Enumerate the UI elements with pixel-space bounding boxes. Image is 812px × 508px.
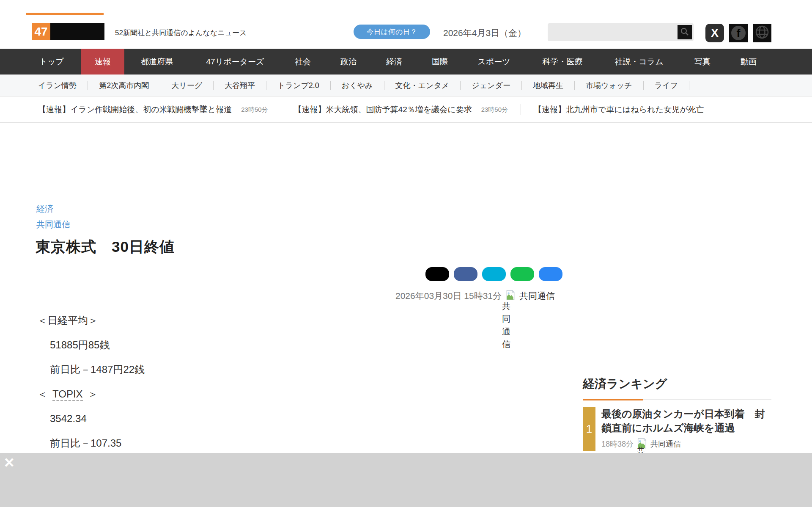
facebook-social-button[interactable]: f	[729, 24, 748, 42]
subnav-item-market-watch[interactable]: 市場ウォッチ	[575, 81, 644, 90]
subnav-item-gender[interactable]: ジェンダー	[461, 81, 522, 90]
logo-wordmark	[50, 23, 104, 40]
topix-value: 3542.34	[37, 411, 145, 426]
share-button-4[interactable]	[510, 267, 534, 281]
breadcrumb-category-link[interactable]: 経済	[36, 203, 53, 215]
share-button-row	[425, 267, 562, 281]
nav-item-47reporters[interactable]: 47リポーターズ	[206, 49, 264, 75]
nav-item-international[interactable]: 国際	[432, 49, 448, 75]
broken-image-alt-text: 共 同 通 信	[501, 300, 512, 351]
subnav-item-regional[interactable]: 地域再生	[522, 81, 575, 90]
breadcrumb-source-link[interactable]: 共同通信	[36, 219, 70, 230]
ticker-item: 【速報】イラン作戦開始後、初の米戦闘機撃墜と報道 23時50分	[38, 104, 281, 115]
today-in-history-button[interactable]: 今日は何の日？	[354, 25, 430, 39]
ranking-item-meta: 18時38分 共同通信	[601, 437, 771, 451]
facebook-icon: f	[731, 26, 746, 40]
nav-item-politics[interactable]: 政治	[340, 49, 357, 75]
ranking-divider	[583, 399, 771, 400]
brand-accent-line	[26, 13, 104, 15]
nav-item-science-medical[interactable]: 科学・医療	[543, 49, 583, 75]
topix-change: 前日比－107.35	[37, 436, 145, 450]
x-social-button[interactable]: X	[705, 24, 724, 42]
site-logo[interactable]: 47	[32, 23, 104, 40]
source-label: 共同通信	[519, 290, 555, 302]
nav-item-editorial-column[interactable]: 社説・コラム	[614, 49, 663, 75]
nikkei-close: 51885円85銭	[37, 338, 145, 352]
ranking-item-time: 18時38分	[601, 439, 634, 449]
ranking-item-source: 共同通信	[650, 439, 681, 449]
ticker-item: 【速報】米大統領、国防予算42％増を議会に要求 23時50分	[294, 104, 521, 115]
subnav-item-iran[interactable]: イラン情勢	[38, 81, 88, 90]
nav-item-video[interactable]: 動画	[741, 49, 757, 75]
subnav-item-ohtani[interactable]: 大谷翔平	[214, 81, 266, 90]
main-navigation: トップ 速報 都道府県 47リポーターズ 社会 政治 経済 国際 スポーツ 科学…	[0, 49, 812, 75]
economy-ranking-sidebar: 経済ランキング 1 最後の原油タンカーが日本到着 封鎖直前にホルムズ海峡を通過 …	[583, 376, 771, 451]
search-button[interactable]	[678, 25, 692, 39]
page-title: 東京株式 30日終値	[36, 237, 175, 257]
share-button-2[interactable]	[454, 267, 477, 281]
nikkei-label: ＜日経平均＞	[37, 313, 145, 328]
ticker-item: 【速報】北九州市で車にはねられた女児が死亡	[534, 104, 704, 115]
search-box	[548, 23, 694, 41]
bottom-ad-banner: ×	[0, 453, 812, 507]
search-input[interactable]	[553, 23, 671, 41]
current-date: 2026年4月3日（金）	[443, 27, 526, 39]
rank-number-badge: 1	[583, 407, 595, 451]
site-tagline: 52新聞社と共同通信のよんななニュース	[115, 28, 247, 38]
ticker-headline-link[interactable]: 【速報】イラン作戦開始後、初の米戦闘機撃墜と報道	[38, 104, 232, 115]
ticker-headline-link[interactable]: 【速報】北九州市で車にはねられた女児が死亡	[534, 104, 704, 115]
ranking-item-title-link[interactable]: 最後の原油タンカーが日本到着 封鎖直前にホルムズ海峡を通過	[601, 407, 771, 435]
subnav-item-obituaries[interactable]: おくやみ	[331, 81, 384, 90]
nav-item-economy[interactable]: 経済	[386, 49, 402, 75]
subnav-item-mlb[interactable]: 大リーグ	[160, 81, 214, 90]
article-byline: 2026年03月30日 15時31分 共同通信	[395, 290, 555, 302]
nav-item-sports[interactable]: スポーツ	[477, 49, 510, 75]
globe-social-button[interactable]	[753, 24, 771, 42]
publish-datetime: 2026年03月30日 15時31分	[395, 290, 502, 302]
topix-label: ＜TOPIX＞	[37, 387, 145, 401]
nav-item-photo[interactable]: 写真	[694, 49, 710, 75]
search-icon	[680, 27, 690, 38]
ticker-headline-link[interactable]: 【速報】米大統領、国防予算42％増を議会に要求	[294, 104, 472, 115]
share-button-1[interactable]	[425, 267, 449, 281]
breaking-news-ticker: 【速報】イラン作戦開始後、初の米戦闘機撃墜と報道 23時50分 【速報】米大統領…	[0, 97, 812, 123]
logo-47-badge: 47	[32, 23, 50, 40]
subnav-item-takaichi-cabinet[interactable]: 第2次高市内閣	[88, 81, 160, 90]
nav-item-prefectures[interactable]: 都道府県	[141, 49, 173, 75]
share-button-5[interactable]	[539, 267, 562, 281]
ranking-item-1: 1 最後の原油タンカーが日本到着 封鎖直前にホルムズ海峡を通過 18時38分 共…	[583, 407, 771, 451]
close-banner-button[interactable]: ×	[4, 454, 14, 471]
ticker-time: 23時50分	[481, 106, 508, 114]
nav-item-top[interactable]: トップ	[39, 49, 64, 75]
globe-icon	[754, 25, 770, 41]
topix-glossary-link[interactable]: TOPIX	[52, 388, 83, 401]
nav-item-breaking[interactable]: 速報	[81, 49, 124, 75]
subnav-item-life[interactable]: ライフ	[644, 81, 689, 90]
nav-item-society[interactable]: 社会	[295, 49, 311, 75]
topic-navigation: イラン情勢 第2次高市内閣 大リーグ 大谷翔平 トランプ2.0 おくやみ 文化・…	[0, 75, 812, 97]
x-icon: X	[711, 28, 719, 39]
ranking-title: 経済ランキング	[583, 376, 771, 392]
ticker-time: 23時50分	[241, 106, 268, 114]
nikkei-change: 前日比－1487円22銭	[37, 362, 145, 377]
page: 47 52新聞社と共同通信のよんななニュース 今日は何の日？ 2026年4月3日…	[0, 0, 812, 508]
subnav-item-trump[interactable]: トランプ2.0	[266, 81, 331, 90]
article-body: ＜日経平均＞ 51885円85銭 前日比－1487円22銭 ＜TOPIX＞ 35…	[37, 313, 145, 461]
share-button-3[interactable]	[482, 267, 506, 281]
subnav-item-culture[interactable]: 文化・エンタメ	[384, 81, 461, 90]
close-icon: ×	[4, 453, 14, 472]
